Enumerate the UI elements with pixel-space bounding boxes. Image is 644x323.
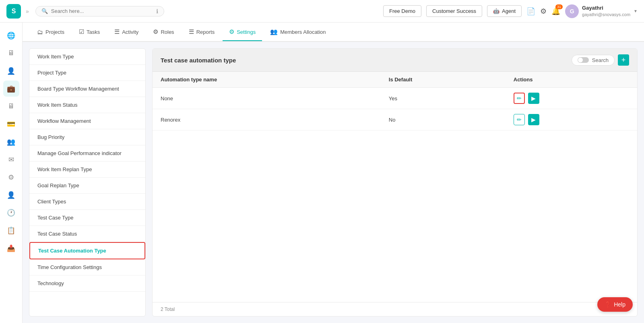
cell-automation-type-name: None	[153, 88, 381, 109]
customer-success-button[interactable]: Customer Success	[426, 5, 482, 17]
table-row: RenorexNo✏▶	[153, 109, 637, 130]
panel-header-right: Search +	[572, 54, 629, 66]
panel-title: Test case automation type	[161, 57, 236, 64]
sidebar-icon-desktop[interactable]: 🖥	[3, 98, 19, 114]
sidebar-icon-mail[interactable]: ✉	[3, 151, 19, 168]
cell-automation-type-name: Renorex	[153, 109, 381, 130]
total-count: 2 Total	[161, 306, 175, 312]
settings-item-client-types[interactable]: Client Types	[29, 194, 145, 210]
sidebar-icon-person2[interactable]: 👤	[3, 187, 19, 203]
sidebar-icon-team[interactable]: 👥	[3, 134, 19, 150]
nav-tabs: 🗂 Projects ☑ Tasks ☰ Activity ⚙ Roles ☰ …	[23, 23, 644, 42]
sidebar-icon-report[interactable]: 📋	[3, 222, 19, 238]
activity-icon: ☰	[114, 28, 120, 35]
cell-is-default: No	[381, 109, 506, 130]
sidebar-icon-person[interactable]: 👤	[3, 63, 19, 79]
cell-actions: ✏▶	[506, 88, 637, 109]
settings-item-technology[interactable]: Technology	[29, 275, 145, 292]
tab-projects[interactable]: 🗂 Projects	[31, 24, 71, 41]
logo-icon[interactable]: S	[6, 4, 21, 19]
settings-item-work-item-replan[interactable]: Work Item Replan Type	[29, 162, 145, 178]
col-actions: Actions	[506, 72, 637, 88]
user-email: gayathri@snovasys.com	[582, 12, 630, 17]
layout: 🌐 🖥 👤 💼 🖥 💳 👥 ✉ ⚙ 👤 🕐 📋 📤 🗂 Projects ☑ T…	[0, 23, 644, 323]
settings-item-work-item-type[interactable]: Work Item Type	[29, 49, 145, 65]
settings-item-manage-goal[interactable]: Manage Goal Performance indicator	[29, 145, 145, 162]
col-is-default: Is Default	[381, 72, 506, 88]
tab-settings[interactable]: ⚙ Settings	[223, 23, 262, 41]
sidebar-icon-briefcase[interactable]: 💼	[3, 81, 19, 97]
main-content: 🗂 Projects ☑ Tasks ☰ Activity ⚙ Roles ☰ …	[23, 23, 644, 323]
automation-type-table: Automation type name Is Default Actions …	[153, 72, 637, 130]
chevron-down-icon: ▼	[634, 9, 638, 13]
add-button[interactable]: +	[618, 54, 629, 66]
search-input[interactable]	[51, 8, 153, 14]
sidebar-icon-card[interactable]: 💳	[3, 116, 19, 132]
top-header: S » 🔍 ℹ Free Demo Customer Success 🤖 Age…	[0, 0, 644, 23]
members-icon: 👥	[270, 28, 278, 35]
col-automation-type-name: Automation type name	[153, 72, 381, 88]
expand-icon[interactable]: »	[26, 8, 29, 14]
search-label: Search	[592, 57, 609, 63]
settings-item-bug-priority[interactable]: Bug Priority	[29, 129, 145, 145]
roles-icon: ⚙	[153, 28, 158, 35]
settings-item-test-case-status[interactable]: Test Case Status	[29, 226, 145, 242]
projects-icon: 🗂	[37, 29, 43, 35]
tab-roles[interactable]: ⚙ Roles	[147, 23, 180, 41]
sidebar-icons: 🌐 🖥 👤 💼 🖥 💳 👥 ✉ ⚙ 👤 🕐 📋 📤	[0, 23, 23, 323]
sidebar-icon-send[interactable]: 📤	[3, 240, 19, 256]
tab-reports[interactable]: ☰ Reports	[182, 23, 221, 41]
settings-item-project-type[interactable]: Project Type	[29, 65, 145, 81]
settings-item-test-case-automation-type[interactable]: Test Case Automation Type	[29, 242, 145, 259]
free-demo-button[interactable]: Free Demo	[383, 5, 421, 17]
document-icon[interactable]: 📄	[526, 7, 535, 16]
user-name: Gayathri	[582, 5, 630, 12]
reports-icon: ☰	[189, 28, 194, 35]
settings-item-test-case-type[interactable]: Test Case Type	[29, 210, 145, 226]
header-right: Free Demo Customer Success 🤖 Agent 📄 ⚙ 🔔…	[383, 4, 638, 18]
main-panel: Test case automation type Search + Au	[152, 48, 638, 317]
sidebar-icon-gear[interactable]: ⚙	[3, 169, 19, 185]
tab-activity[interactable]: ☰ Activity	[108, 23, 145, 41]
settings-item-work-item-status[interactable]: Work Item Status	[29, 97, 145, 113]
search-toggle[interactable]: Search	[572, 55, 615, 66]
search-icon: 🔍	[41, 8, 48, 14]
settings-sidebar: Work Item Type Project Type Board Type W…	[29, 48, 146, 317]
cell-actions: ✏▶	[506, 109, 637, 130]
table-header-row: Automation type name Is Default Actions	[153, 72, 637, 88]
cell-is-default: Yes	[381, 88, 506, 109]
tab-members-allocation[interactable]: 👥 Members Allocation	[264, 23, 332, 41]
sidebar-icon-monitor[interactable]: 🖥	[3, 45, 19, 61]
agent-icon: 🤖	[493, 8, 500, 14]
settings-item-workflow-management[interactable]: Workflow Management	[29, 113, 145, 129]
notification-count: 31	[555, 4, 563, 9]
settings-item-goal-replan[interactable]: Goal Replan Type	[29, 178, 145, 194]
details-button[interactable]: ▶	[528, 114, 539, 125]
help-icon: ❓	[605, 301, 611, 308]
sidebar-icon-clock[interactable]: 🕐	[3, 205, 19, 221]
settings-icon[interactable]: ⚙	[540, 7, 547, 16]
sidebar-icon-globe[interactable]: 🌐	[3, 27, 19, 43]
settings-item-board-type[interactable]: Board Type Workflow Management	[29, 81, 145, 97]
panel-footer: 2 Total	[153, 302, 637, 316]
search-toggle-switch[interactable]	[578, 57, 589, 63]
panel-header: Test case automation type Search +	[153, 49, 637, 72]
table-container: Automation type name Is Default Actions …	[153, 72, 637, 302]
edit-button[interactable]: ✏	[514, 114, 525, 125]
tasks-icon: ☑	[79, 28, 84, 35]
page-body: Work Item Type Project Type Board Type W…	[23, 42, 644, 323]
avatar: G	[565, 4, 579, 18]
user-menu[interactable]: G Gayathri gayathri@snovasys.com ▼	[565, 4, 638, 18]
help-button[interactable]: ❓ Help	[597, 297, 633, 312]
agent-button[interactable]: 🤖 Agent	[487, 5, 522, 17]
settings-tab-icon: ⚙	[229, 28, 234, 35]
details-button[interactable]: ▶	[528, 93, 539, 104]
settings-item-time-configuration[interactable]: Time Configuration Settings	[29, 259, 145, 275]
info-icon: ℹ	[156, 8, 158, 14]
edit-button[interactable]: ✏	[514, 93, 525, 104]
tab-tasks[interactable]: ☑ Tasks	[72, 23, 106, 41]
notification-bell[interactable]: 🔔 31	[551, 7, 560, 16]
search-box[interactable]: 🔍 ℹ	[35, 6, 164, 17]
table-row: NoneYes✏▶	[153, 88, 637, 109]
